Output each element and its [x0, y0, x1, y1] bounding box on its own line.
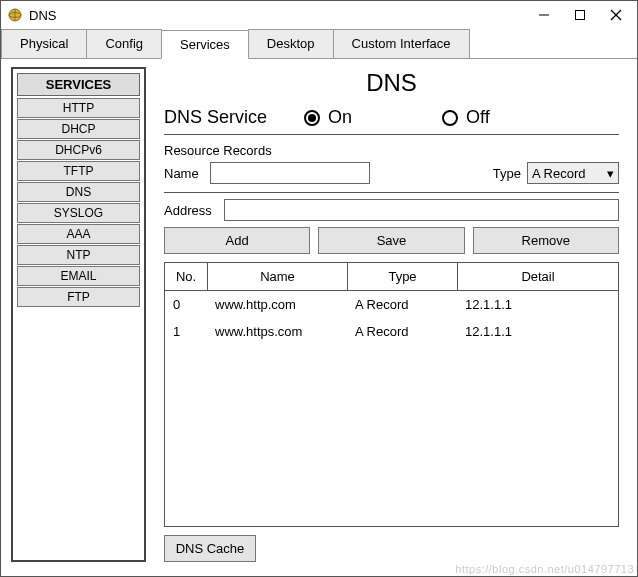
watermark: https://blog.csdn.net/u014797713: [455, 563, 634, 575]
dns-service-radio-group: On Off: [304, 107, 490, 128]
chevron-down-icon: ▾: [607, 166, 614, 181]
radio-off-indicator: [442, 110, 458, 126]
sidebar-item-aaa[interactable]: AAA: [17, 224, 140, 244]
titlebar: DNS: [1, 1, 637, 29]
save-button[interactable]: Save: [318, 227, 464, 254]
window-controls: [537, 8, 623, 22]
type-select[interactable]: A Record ▾: [527, 162, 619, 184]
th-detail[interactable]: Detail: [457, 263, 618, 290]
td-name: www.http.com: [207, 291, 347, 318]
radio-on-indicator: [304, 110, 320, 126]
type-select-value: A Record: [532, 166, 585, 181]
table-header: No. Name Type Detail: [165, 263, 618, 291]
td-no: 0: [165, 291, 207, 318]
name-label: Name: [164, 166, 210, 181]
sidebar-item-syslog[interactable]: SYSLOG: [17, 203, 140, 223]
td-type: A Record: [347, 318, 457, 345]
radio-on[interactable]: On: [304, 107, 352, 128]
action-buttons: Add Save Remove: [164, 227, 619, 254]
sidebar-item-email[interactable]: EMAIL: [17, 266, 140, 286]
dns-service-label: DNS Service: [164, 107, 304, 128]
sidebar-item-dhcpv6[interactable]: DHCPv6: [17, 140, 140, 160]
sidebar-item-ftp[interactable]: FTP: [17, 287, 140, 307]
name-type-row: Name Type A Record ▾: [164, 162, 619, 193]
sidebar-header: SERVICES: [17, 73, 140, 96]
address-label: Address: [164, 203, 224, 218]
tabstrip: Physical Config Services Desktop Custom …: [1, 29, 637, 59]
address-row: Address: [164, 199, 619, 221]
table-row[interactable]: 1 www.https.com A Record 12.1.1.1: [165, 318, 618, 345]
app-window: DNS Physical Config Services Desktop Cus…: [0, 0, 638, 577]
th-type[interactable]: Type: [347, 263, 457, 290]
window-title: DNS: [29, 8, 537, 23]
radio-off[interactable]: Off: [442, 107, 490, 128]
resource-records-label: Resource Records: [164, 143, 619, 158]
minimize-button[interactable]: [537, 8, 551, 22]
dns-service-row: DNS Service On Off: [164, 107, 619, 135]
close-button[interactable]: [609, 8, 623, 22]
page-title: DNS: [164, 69, 619, 97]
main-panel: DNS DNS Service On Off Resource Records …: [146, 67, 627, 562]
sidebar-item-tftp[interactable]: TFTP: [17, 161, 140, 181]
tab-services[interactable]: Services: [161, 30, 249, 59]
radio-on-label: On: [328, 107, 352, 128]
records-table: No. Name Type Detail 0 www.http.com A Re…: [164, 262, 619, 527]
tab-physical[interactable]: Physical: [1, 29, 87, 58]
address-input[interactable]: [224, 199, 619, 221]
sidebar-item-http[interactable]: HTTP: [17, 98, 140, 118]
tab-config[interactable]: Config: [86, 29, 162, 58]
table-row[interactable]: 0 www.http.com A Record 12.1.1.1: [165, 291, 618, 318]
type-label: Type: [493, 166, 521, 181]
app-icon: [7, 7, 23, 23]
add-button[interactable]: Add: [164, 227, 310, 254]
remove-button[interactable]: Remove: [473, 227, 619, 254]
tab-custom-interface[interactable]: Custom Interface: [333, 29, 470, 58]
services-sidebar: SERVICES HTTP DHCP DHCPv6 TFTP DNS SYSLO…: [11, 67, 146, 562]
svg-rect-4: [576, 11, 585, 20]
radio-off-label: Off: [466, 107, 490, 128]
td-detail: 12.1.1.1: [457, 318, 618, 345]
th-name[interactable]: Name: [207, 263, 347, 290]
sidebar-item-dns[interactable]: DNS: [17, 182, 140, 202]
name-input[interactable]: [210, 162, 370, 184]
dns-cache-button[interactable]: DNS Cache: [164, 535, 256, 562]
td-type: A Record: [347, 291, 457, 318]
tab-desktop[interactable]: Desktop: [248, 29, 334, 58]
sidebar-item-dhcp[interactable]: DHCP: [17, 119, 140, 139]
maximize-button[interactable]: [573, 8, 587, 22]
sidebar-item-ntp[interactable]: NTP: [17, 245, 140, 265]
td-no: 1: [165, 318, 207, 345]
body: SERVICES HTTP DHCP DHCPv6 TFTP DNS SYSLO…: [1, 59, 637, 576]
td-name: www.https.com: [207, 318, 347, 345]
td-detail: 12.1.1.1: [457, 291, 618, 318]
th-no[interactable]: No.: [165, 263, 207, 290]
